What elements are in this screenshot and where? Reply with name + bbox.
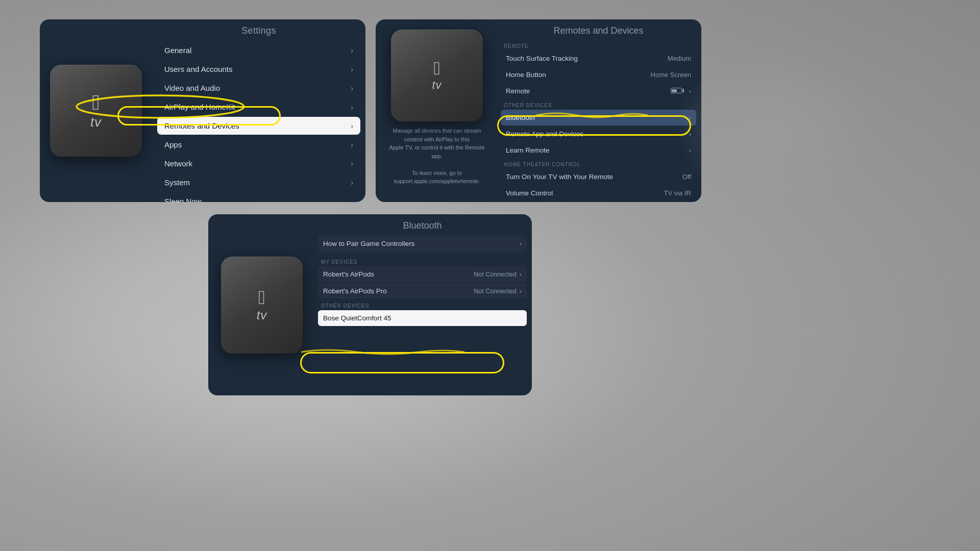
chevron-icon-settings-0: › [351,46,353,55]
other-device-item-2[interactable]: Learn Remote› [501,142,696,158]
other-device-label-1: Remote App and Devices [506,130,583,138]
bt-my-device-0[interactable]: Robert's AirPodsNot Connected› [318,266,527,282]
chevron-icon-other-2: › [689,146,691,154]
settings-menu-label-1: Users and Accounts [164,65,232,73]
bt-other-device-0[interactable]: Bose QuietComfort 45 [318,310,527,326]
apple-logo-icon-remotes:  [433,59,440,78]
remote-item-label-1: Home Button [506,71,546,79]
bluetooth-panel:  tv Bluetooth How to Pair Game Controll… [208,214,532,395]
appletv-logo-bluetooth:  tv [257,288,267,322]
remote-item-label-0: Touch Surface Tracking [506,55,578,62]
other-device-item-1[interactable]: Remote App and Devices› [501,126,696,142]
chevron-icon-other-1: › [689,130,691,138]
bt-my-device-chevron-1: › [520,287,522,295]
settings-menu-item-7[interactable]: System› [157,173,360,191]
settings-title: Settings [157,26,360,36]
tv-label-remotes: tv [432,79,442,92]
remote-item-value-0: Medium [668,55,691,62]
bluetooth-menu-list: How to Pair Game Controllers›MY DEVICESR… [318,235,527,326]
chevron-icon-settings-2: › [351,84,353,92]
bluetooth-title: Bluetooth [318,220,527,231]
settings-menu-label-3: AirPlay and HomeKit [164,103,235,111]
bluetooth-device-area:  tv [208,214,315,395]
bt-how-to-chevron: › [520,240,522,247]
settings-menu-area: Settings General›Users and Accounts›Vide… [152,19,365,202]
theater-item-label-1: Volume Control [506,189,553,197]
remote-item-0[interactable]: Touch Surface TrackingMedium [501,51,696,66]
remote-item-1[interactable]: Home ButtonHome Screen [501,67,696,83]
theater-item-value-1: TV via IR [664,189,691,197]
battery-icon [671,87,684,95]
other-device-label-2: Learn Remote [506,146,550,154]
remote-item-2[interactable]: Remote› [501,83,696,99]
settings-menu-item-2[interactable]: Video and Audio› [157,79,360,97]
apple-logo-icon:  [92,92,100,113]
settings-menu-label-5: Apps [164,140,182,149]
bt-my-device-chevron-0: › [520,270,522,278]
theater-item-1[interactable]: Volume ControlTV via IR [501,185,696,201]
remotes-menu-area: Remotes and Devices REMOTETouch Surface … [498,19,701,202]
other-section-label: OTHER DEVICES [501,99,696,110]
settings-menu-item-3[interactable]: AirPlay and HomeKit› [157,98,360,116]
appletv-device-remotes:  tv [391,30,483,121]
remote-item-value-1: Home Screen [651,71,691,79]
tv-label-bluetooth: tv [257,308,267,322]
bt-my-device-name-1: Robert's AirPods Pro [323,287,387,295]
settings-menu-label-6: Network [164,159,192,168]
settings-menu-list: General›Users and Accounts›Video and Aud… [157,41,360,202]
remotes-description: Manage all devices that can stream conte… [386,127,488,186]
remotes-panel:  tv Manage all devices that can stream … [376,19,701,202]
remote-section-label: REMOTE [501,40,696,51]
tv-label-settings: tv [90,114,102,130]
theater-item-value-0: Off [682,173,691,181]
bt-my-device-right-0: Not Connected› [474,270,522,278]
chevron-icon-remote-2: › [689,87,691,95]
bt-how-to-label: How to Pair Game Controllers [323,240,414,247]
settings-menu-label-4: Remotes and Devices [164,121,239,130]
settings-menu-item-8[interactable]: Sleep Now [157,192,360,202]
appletv-logo-settings:  tv [90,92,102,130]
chevron-icon-other-0: › [689,114,691,121]
other-device-item-0[interactable]: Bluetooth› [501,110,696,126]
theater-section-label: HOME THEATER CONTROL [501,159,696,169]
chevron-icon-settings-1: › [351,65,353,73]
settings-menu-label-2: Video and Audio [164,84,220,92]
remote-item-label-2: Remote [506,87,530,95]
settings-menu-item-0[interactable]: General› [157,41,360,59]
theater-item-label-0: Turn On Your TV with Your Remote [506,173,613,181]
bt-other-devices-label: OTHER DEVICES [318,300,527,310]
bt-how-to-item[interactable]: How to Pair Game Controllers› [318,235,527,252]
bt-my-device-status-0: Not Connected [474,271,516,278]
chevron-icon-settings-7: › [351,179,353,187]
bt-my-device-name-0: Robert's AirPods [323,270,374,278]
chevron-icon-settings-6: › [351,160,353,168]
remotes-menu-list: REMOTETouch Surface TrackingMediumHome B… [501,40,696,201]
bt-my-device-1[interactable]: Robert's AirPods ProNot Connected› [318,283,527,299]
settings-device-area:  tv [40,19,152,202]
chevron-icon-settings-4: › [351,122,353,130]
settings-menu-label-7: System [164,178,190,187]
theater-item-0[interactable]: Turn On Your TV with Your RemoteOff [501,169,696,185]
bt-other-device-name-0: Bose QuietComfort 45 [323,314,391,322]
bluetooth-menu-area: Bluetooth How to Pair Game Controllers›M… [315,214,532,395]
settings-menu-item-6[interactable]: Network› [157,155,360,172]
chevron-icon-settings-3: › [351,103,353,111]
appletv-device-settings:  tv [50,65,142,157]
bt-my-device-status-1: Not Connected [474,288,516,295]
bt-my-devices-label: MY DEVICES [318,256,527,266]
bt-my-device-right-1: Not Connected› [474,287,522,295]
settings-menu-item-1[interactable]: Users and Accounts› [157,60,360,78]
other-device-label-0: Bluetooth [506,114,535,121]
settings-menu-item-5[interactable]: Apps› [157,136,360,154]
remotes-title: Remotes and Devices [501,26,696,36]
apple-logo-icon-bluetooth:  [258,288,265,307]
settings-menu-label-0: General [164,46,191,55]
settings-panel:  tv Settings General›Users and Accounts… [40,19,365,202]
chevron-icon-settings-5: › [351,141,353,149]
appletv-logo-remotes:  tv [432,59,442,92]
remotes-device-area:  tv Manage all devices that can stream … [376,19,498,202]
settings-menu-label-8: Sleep Now [164,197,202,202]
settings-menu-item-4[interactable]: Remotes and Devices› [157,117,360,135]
appletv-device-bluetooth:  tv [221,257,303,354]
